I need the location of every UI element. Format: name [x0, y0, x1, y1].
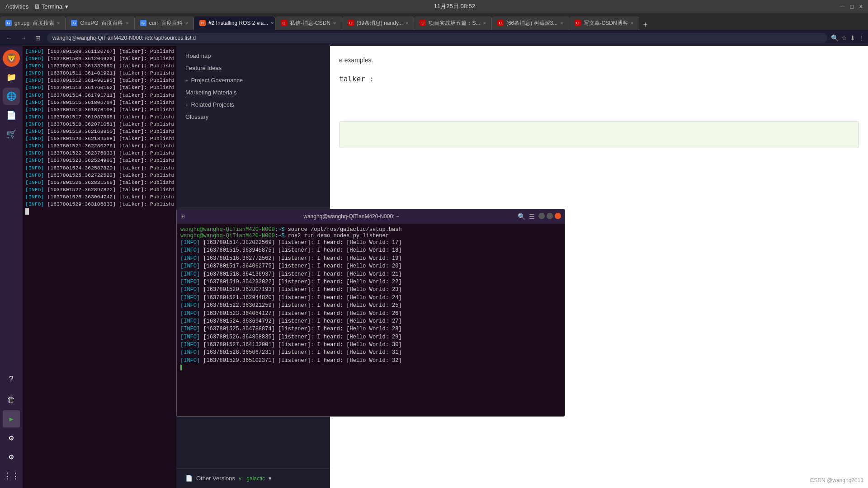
terminal-line: [INFO] [1637801509.361206923] [talker]: … — [25, 55, 174, 62]
terminal-line: [INFO] [1637801514.361791711] [talker]: … — [25, 92, 174, 99]
terminal-line: [INFO] [1637801519.362168850] [talker]: … — [25, 128, 174, 135]
nav-item-marketing[interactable]: Marketing Materials — [176, 86, 330, 99]
terminal2-line: [INFO] [1637801520.362807193] [listener]… — [180, 286, 561, 294]
tab-csdn-msg[interactable]: C 私信-消息-CSDN × — [275, 16, 342, 30]
search-terminal-icon[interactable]: 🔍 — [518, 213, 525, 220]
settings-icon[interactable]: ⋮ — [858, 34, 864, 42]
tab-label-3: curl_百度百科 — [149, 19, 183, 27]
terminal2-line: [INFO] [1637801514.382022569] [listener]… — [180, 239, 561, 247]
nav-bottom-section: 📄 Other Versions v: galactic ▾ — [176, 468, 330, 484]
nav-label-roadmap: Roadmap — [185, 52, 211, 59]
terminal-panel-left: 🦁 📁 🌐 📄 🛒 ? 🗑 ▶ ⚙ ⚙ ⋮⋮ [INFO] [163780150… — [0, 46, 176, 488]
window-close[interactable]: × — [859, 3, 863, 10]
nav-label-project-governance: Project Governance — [191, 77, 243, 84]
tab-raspberry[interactable]: C (66条消息) 树莓派3... × — [492, 16, 569, 30]
tab-close-7[interactable]: × — [483, 20, 486, 26]
address-input[interactable] — [47, 33, 827, 43]
terminal-line: [INFO] [1637801508.361120767] [talker]: … — [25, 48, 174, 55]
forward-button[interactable]: → — [18, 33, 29, 43]
terminal2-tab-icon: ⊞ — [180, 213, 185, 220]
terminal-menu[interactable]: 🖥 Terminal ▾ — [34, 3, 68, 10]
ubuntu-sidebar: 🦁 📁 🌐 📄 🛒 ? 🗑 ▶ ⚙ ⚙ ⋮⋮ — [0, 46, 23, 488]
tab-close-1[interactable]: × — [57, 20, 60, 26]
terminal-line: [INFO] [1637801511.361401921] [talker]: … — [25, 70, 174, 77]
download-icon[interactable]: ⬇ — [850, 34, 855, 42]
terminal-content-left: [INFO] [1637801508.361120767] [talker]: … — [23, 46, 176, 488]
nav-item-related-projects[interactable]: Related Projects — [176, 99, 330, 111]
terminal2-maximize[interactable] — [547, 213, 553, 219]
terminal2-line: [INFO] [1637801525.364788874] [listener]… — [180, 325, 561, 333]
tab-close-8[interactable]: × — [560, 20, 563, 26]
bookmark-icon[interactable]: ☆ — [841, 34, 847, 42]
terminal-line: [INFO] [1637801525.362722523] [talker]: … — [25, 172, 174, 179]
tab-gnupg-search[interactable]: G gnupg_百度搜索 × — [0, 16, 66, 30]
system-bar-right: ─ □ × — [840, 3, 863, 10]
terminal-cursor-line — [25, 208, 174, 215]
tab-close-4[interactable]: × — [271, 20, 274, 26]
terminal2-line: [INFO] [1637801519.364233022] [listener]… — [180, 278, 561, 286]
trash-icon[interactable]: 🗑 — [3, 391, 20, 408]
terminal2-cursor-line: ▌ — [180, 365, 561, 371]
nav-item-project-governance[interactable]: Project Governance — [176, 74, 330, 86]
tab-nandy[interactable]: C (39条消息) nandy... × — [342, 16, 415, 30]
tab-close-6[interactable]: × — [406, 20, 408, 26]
bookmark-button[interactable]: ⊞ — [33, 33, 43, 43]
software-icon[interactable]: 🛒 — [3, 126, 20, 143]
versions-label: Other Versions — [196, 475, 235, 482]
terminal-line: [INFO] [1637801528.363004742] [talker]: … — [25, 193, 174, 201]
window-maximize[interactable]: □ — [850, 3, 854, 10]
terminal-lines-left: [INFO] [1637801508.361120767] [talker]: … — [25, 48, 174, 208]
tab-close-3[interactable]: × — [185, 20, 188, 26]
browser-content: 🦁 📁 🌐 📄 🛒 ? 🗑 ▶ ⚙ ⚙ ⋮⋮ [INFO] [163780150… — [0, 46, 868, 488]
tab-gnupg-wiki[interactable]: G GnuPG_百度百科 × — [66, 16, 134, 30]
csdn-watermark: CSDN @wanghq2013 — [810, 477, 863, 483]
terminal2-minimize[interactable] — [538, 213, 545, 219]
terminal2-content: wanghq@wanghq-QiTianM420-N000:~$ source … — [177, 224, 565, 416]
files-icon[interactable]: 📁 — [3, 69, 20, 86]
back-button[interactable]: ← — [4, 33, 14, 43]
terminal2-lines: [INFO] [1637801514.382022569] [listener]… — [180, 239, 561, 365]
terminal2-close[interactable] — [555, 213, 561, 219]
terminal2-prompt-line2: wanghq@wanghq-QiTianM420-N000:~$ ros2 ru… — [180, 233, 561, 239]
office-icon[interactable]: 📄 — [3, 107, 20, 124]
apps-icon[interactable]: ⋮⋮ — [3, 467, 20, 484]
ubuntu-logo-icon[interactable]: 🦁 — [3, 50, 20, 67]
terminal2-line: [INFO] [1637801521.362944820] [listener]… — [180, 294, 561, 302]
new-tab-button[interactable]: + — [639, 20, 651, 30]
tab-ros2-install[interactable]: R #2 Installing ROS 2 via... × — [194, 16, 275, 30]
terminal-line: [INFO] [1637801521.362280276] [talker]: … — [25, 142, 174, 150]
tab-close-5[interactable]: × — [333, 20, 336, 26]
titlebar-icons: 🔍 ☰ — [518, 213, 561, 220]
terminal-line: [INFO] [1637801520.362189568] [talker]: … — [25, 135, 174, 142]
terminal2-line: [INFO] [1637801528.365067231] [listener]… — [180, 349, 561, 357]
nav-item-glossary[interactable]: Glossary — [176, 111, 330, 123]
hamburger-icon[interactable]: ☰ — [529, 213, 535, 220]
tab-label-7: 项目实战第五篇：S... — [429, 19, 480, 27]
window-minimize[interactable]: ─ — [840, 3, 844, 10]
tab-favicon-2: G — [71, 20, 77, 26]
help-icon[interactable]: ? — [3, 371, 20, 388]
activities-label[interactable]: Activities — [5, 3, 28, 10]
nav-other-versions[interactable]: 📄 Other Versions v: galactic ▾ — [176, 472, 330, 484]
terminal2-line: [INFO] [1637801517.364062775] [listener]… — [180, 263, 561, 270]
tab-close-9[interactable]: × — [631, 20, 633, 26]
unknown-icon1[interactable]: ⚙ — [3, 429, 20, 446]
terminal-line: [INFO] [1637801510.361332659] [talker]: … — [25, 62, 174, 70]
tab-label-9: 写文章-CSDN博客 — [584, 19, 628, 27]
terminal-line: [INFO] [1637801523.362524902] [talker]: … — [25, 157, 174, 164]
tab-close-2[interactable]: × — [126, 20, 128, 26]
datetime: 11月25日 08:52 — [434, 2, 475, 10]
terminal-app-icon[interactable]: ▶ — [3, 410, 20, 427]
system-bar-left: Activities 🖥 Terminal ▾ — [5, 3, 68, 10]
version-dropdown-icon[interactable]: ▾ — [269, 475, 272, 482]
unknown-icon2[interactable]: ⚙ — [3, 448, 20, 465]
terminal-line: [INFO] [1637801512.361490195] [talker]: … — [25, 77, 174, 84]
nav-item-feature-ideas[interactable]: Feature Ideas — [176, 62, 330, 74]
tab-write-csdn[interactable]: C 写文章-CSDN博客 × — [569, 16, 639, 30]
nav-item-roadmap[interactable]: Roadmap — [176, 50, 330, 62]
tab-curl-wiki[interactable]: G curl_百度百科 × — [135, 16, 194, 30]
tab-project[interactable]: C 项目实战第五篇：S... × — [414, 16, 491, 30]
search-icon[interactable]: 🔍 — [831, 34, 839, 42]
terminal2-line: [INFO] [1637801522.363021259] [listener]… — [180, 302, 561, 310]
browser-icon[interactable]: 🌐 — [3, 88, 20, 105]
